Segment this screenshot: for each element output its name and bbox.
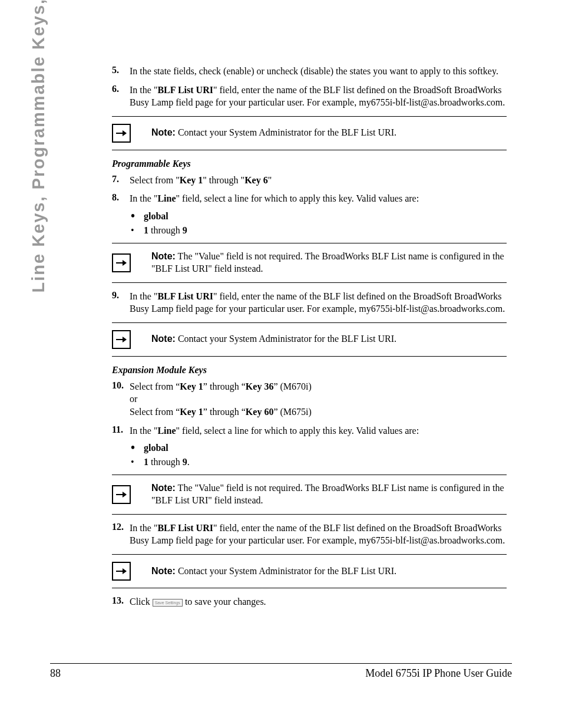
text: In the "	[130, 291, 157, 301]
page-footer: 88 Model 6755i IP Phone User Guide	[50, 663, 512, 680]
text: through	[148, 225, 183, 235]
text: .	[187, 457, 190, 467]
text: Click	[130, 597, 153, 607]
main-content: 5. In the state fields, check (enable) o…	[112, 65, 507, 614]
step-num: 7.	[112, 174, 130, 187]
note-text: Note: The "Value" field is not required.…	[151, 482, 507, 507]
save-settings-button[interactable]: Save Settings	[153, 599, 183, 607]
text: The "Value" field is not required. The B…	[151, 251, 504, 274]
list-item: 1 through 9	[131, 225, 507, 236]
note-block: Note: The "Value" field is not required.…	[112, 243, 507, 283]
text: ” (M675i)	[273, 407, 311, 417]
step-5: 5. In the state fields, check (enable) o…	[112, 65, 507, 78]
text: ” through “	[203, 381, 246, 391]
bold-text: Key 1	[180, 407, 203, 417]
note-row: Note: Contact your System Administrator …	[112, 118, 507, 149]
divider	[112, 554, 507, 555]
step-7: 7. Select from "Key 1" through "Key 6"	[112, 174, 507, 187]
bold-text: global	[144, 443, 168, 453]
subheading-prog-keys: Programmable Keys	[112, 159, 507, 169]
step-10: 10. Select from “Key 1” through “Key 36”…	[112, 380, 507, 419]
step-body: In the "Line" field, select a line for w…	[130, 192, 507, 205]
note-label: Note:	[151, 483, 176, 493]
bold-text: 1	[144, 225, 148, 235]
bold-text: BLF List URI	[157, 291, 213, 301]
bold-text: 9	[183, 457, 187, 467]
bullet-list: global 1 through 9.	[131, 443, 507, 467]
note-row: Note: Contact your System Administrator …	[112, 556, 507, 587]
step-body: In the state fields, check (enable) or u…	[130, 65, 507, 78]
text: Select from “	[130, 381, 180, 391]
note-block: Note: The "Value" field is not required.…	[112, 475, 507, 515]
text: In the "	[130, 85, 157, 95]
bold-text: Key 6	[244, 175, 268, 185]
text: The "Value" field is not required. The B…	[151, 483, 504, 505]
svg-marker-7	[123, 492, 127, 498]
step-11: 11. In the "Line" field, select a line f…	[112, 424, 507, 437]
step-num: 9.	[112, 290, 130, 315]
text: In the "	[130, 426, 157, 436]
divider	[112, 243, 507, 243]
text: " field, select a line for which to appl…	[176, 426, 419, 436]
side-heading: Line Keys, Programmable Keys, and Softke…	[29, 0, 48, 293]
bold-text: global	[144, 211, 168, 221]
note-label: Note:	[151, 251, 176, 261]
text: ” (M670i)	[273, 381, 311, 391]
bold-text: Key 1	[180, 381, 203, 391]
svg-marker-9	[123, 568, 127, 574]
arrow-icon	[112, 485, 131, 504]
bold-text: Line	[157, 426, 176, 436]
step-9: 9. In the "BLF List URI" field, enter th…	[112, 290, 507, 315]
bold-text: BLF List URI	[157, 523, 213, 533]
svg-marker-3	[123, 260, 127, 266]
step-body: In the "BLF List URI" field, enter the n…	[130, 84, 507, 109]
bold-text: 1	[144, 457, 148, 467]
note-label: Note:	[151, 566, 176, 576]
subheading-expansion: Expansion Module Keys	[112, 365, 507, 375]
text: through	[148, 457, 183, 467]
note-text: Note: The "Value" field is not required.…	[151, 251, 507, 275]
svg-marker-5	[123, 337, 127, 342]
note-row: Note: The "Value" field is not required.…	[112, 245, 507, 281]
text: Select from "	[130, 175, 180, 185]
step-body: In the "BLF List URI" field, enter the n…	[130, 522, 507, 547]
step-body: In the "BLF List URI" field, enter the n…	[130, 290, 507, 315]
text: Contact your System Administrator for th…	[176, 566, 396, 576]
footer-title: Model 6755i IP Phone User Guide	[365, 667, 512, 680]
bold-text: Key 60	[246, 407, 274, 417]
text: In the "	[130, 523, 157, 533]
bold-text: Line	[157, 193, 176, 203]
step-num: 13.	[112, 595, 130, 608]
step-num: 6.	[112, 84, 130, 109]
step-num: 8.	[112, 192, 130, 205]
svg-marker-1	[123, 130, 127, 136]
step-12: 12. In the "BLF List URI" field, enter t…	[112, 522, 507, 547]
note-block: Note: Contact your System Administrator …	[112, 322, 507, 357]
divider	[112, 282, 507, 283]
divider	[112, 150, 507, 150]
arrow-icon	[112, 562, 131, 581]
text: Contact your System Administrator for th…	[176, 334, 396, 344]
arrow-icon	[112, 330, 131, 349]
divider	[112, 356, 507, 357]
bold-text: 9	[183, 225, 187, 235]
step-13: 13. Click Save Settings to save your cha…	[112, 595, 507, 608]
text: or	[130, 394, 137, 404]
text: In the "	[130, 193, 157, 203]
step-num: 11.	[112, 424, 130, 437]
text: " field, select a line for which to appl…	[176, 193, 419, 203]
step-body: Click Save Settings to save your changes…	[130, 595, 507, 608]
page-number: 88	[50, 667, 61, 680]
divider	[112, 475, 507, 475]
list-item: global	[131, 443, 507, 453]
text: Contact your System Administrator for th…	[176, 127, 396, 137]
list-item: global	[131, 211, 507, 222]
divider	[112, 322, 507, 323]
note-block: Note: Contact your System Administrator …	[112, 554, 507, 588]
divider	[112, 588, 507, 588]
divider	[112, 514, 507, 515]
text: " through "	[203, 175, 244, 185]
text: Select from “	[130, 407, 180, 417]
note-text: Note: Contact your System Administrator …	[151, 565, 396, 578]
note-label: Note:	[151, 334, 176, 344]
